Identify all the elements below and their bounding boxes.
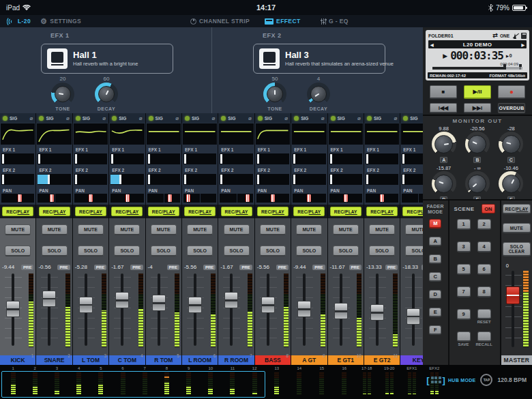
phase-icon[interactable]: ⌀ bbox=[102, 115, 106, 121]
efx2-send-slider[interactable] bbox=[183, 174, 216, 185]
phase-icon[interactable]: ⌀ bbox=[357, 115, 361, 121]
phase-icon[interactable]: ⌀ bbox=[284, 115, 288, 121]
efx2-send-slider[interactable] bbox=[1, 174, 34, 185]
mute-button[interactable]: MUTE bbox=[260, 224, 286, 235]
solo-button[interactable]: SOLO bbox=[260, 246, 286, 256]
fader-cap[interactable] bbox=[42, 291, 56, 307]
tab-effect[interactable]: EFFECT bbox=[265, 18, 300, 25]
scene-on-button[interactable]: ON bbox=[482, 204, 495, 213]
channel-name-tag[interactable]: A GT bbox=[291, 355, 327, 365]
pre-badge[interactable]: PRE bbox=[94, 265, 106, 270]
phase-icon[interactable]: ⌀ bbox=[139, 115, 143, 121]
efx2-decay-knob[interactable] bbox=[307, 83, 330, 106]
efx1-tone-knob[interactable] bbox=[51, 83, 74, 106]
pre-badge[interactable]: PRE bbox=[203, 265, 216, 270]
fader[interactable]: 10 bbox=[328, 272, 364, 353]
monitor-knob-b[interactable] bbox=[465, 132, 490, 156]
scene-button-1[interactable]: 1 bbox=[457, 219, 471, 230]
fader-mode-button-e[interactable]: E bbox=[429, 308, 441, 317]
fader-cap[interactable] bbox=[334, 303, 348, 319]
tab-channel-strip[interactable]: CHANNEL STRIP bbox=[190, 18, 250, 25]
fader[interactable]: 12 bbox=[400, 272, 423, 353]
mute-button[interactable]: MUTE bbox=[369, 224, 395, 235]
pre-badge[interactable]: PRE bbox=[167, 265, 179, 270]
efx2-send-slider[interactable] bbox=[38, 174, 70, 185]
channel-name-tag[interactable]: C TOM bbox=[109, 355, 145, 365]
mute-button[interactable]: MUTE bbox=[405, 224, 423, 235]
pan-slider[interactable] bbox=[366, 194, 398, 203]
scene-button-3[interactable]: 3 bbox=[457, 241, 471, 252]
solo-button[interactable]: SOLO bbox=[333, 246, 359, 256]
channel-name-tag[interactable]: KEY bbox=[400, 355, 423, 365]
fader[interactable]: 1 bbox=[0, 272, 35, 353]
efx2-send-slider[interactable] bbox=[147, 174, 180, 185]
channel-name-tag[interactable]: L TOM bbox=[73, 355, 108, 365]
master-fader[interactable] bbox=[501, 269, 532, 355]
fader-mode-button-d[interactable]: D bbox=[429, 290, 441, 299]
pan-slider[interactable] bbox=[147, 194, 180, 203]
solo-button[interactable]: SOLO bbox=[5, 246, 31, 256]
efx2-send-slider[interactable] bbox=[256, 174, 289, 185]
scene-button-2[interactable]: 2 bbox=[477, 219, 491, 230]
channel-name-tag[interactable]: L ROOM bbox=[182, 355, 218, 365]
monitor-knob-f[interactable] bbox=[499, 171, 523, 196]
channel-name-tag[interactable]: BASS bbox=[255, 355, 291, 365]
pre-badge[interactable]: PRE bbox=[422, 265, 423, 270]
channel-name-tag[interactable]: R TOM bbox=[146, 355, 181, 365]
master-solo-clear-button[interactable]: SOLO CLEAR bbox=[503, 242, 531, 256]
fader[interactable]: 6 bbox=[182, 272, 218, 353]
solo-button[interactable]: SOLO bbox=[42, 246, 68, 256]
mute-button[interactable]: MUTE bbox=[296, 224, 322, 235]
solo-button[interactable]: SOLO bbox=[405, 246, 423, 256]
mute-button[interactable]: MUTE bbox=[224, 224, 250, 235]
solo-button[interactable]: SOLO bbox=[224, 246, 250, 256]
fader-cap[interactable] bbox=[407, 308, 420, 325]
pan-slider[interactable] bbox=[402, 194, 423, 203]
rec-play-button[interactable]: REC/PLAY bbox=[39, 207, 70, 216]
fader-cap[interactable] bbox=[152, 295, 166, 311]
rec-play-button[interactable]: REC/PLAY bbox=[366, 207, 398, 216]
fader-mode-button-c[interactable]: C bbox=[429, 272, 441, 282]
play-pause-button[interactable]: ▶/II bbox=[464, 85, 491, 99]
efx1-send-slider[interactable] bbox=[293, 153, 325, 164]
scene-recall-button[interactable] bbox=[477, 331, 491, 342]
fader-cap[interactable] bbox=[370, 304, 384, 321]
scene-button-9[interactable]: 9 bbox=[457, 309, 471, 320]
mute-button[interactable]: MUTE bbox=[333, 224, 359, 235]
fader[interactable]: 7 bbox=[218, 272, 254, 353]
fader[interactable]: 3 bbox=[73, 272, 108, 353]
fader[interactable]: 11 bbox=[364, 272, 400, 353]
scene-save-button[interactable] bbox=[457, 331, 471, 342]
solo-button[interactable]: SOLO bbox=[78, 246, 104, 256]
fader[interactable]: 2 bbox=[36, 272, 72, 353]
efx1-send-slider[interactable] bbox=[1, 153, 34, 164]
pre-badge[interactable]: PRE bbox=[312, 265, 325, 270]
phase-icon[interactable]: ⌀ bbox=[394, 115, 397, 121]
rec-play-button[interactable]: REC/PLAY bbox=[148, 207, 179, 216]
rec-play-button[interactable]: REC/PLAY bbox=[257, 207, 289, 216]
tap-tempo-button[interactable]: TAP bbox=[480, 374, 492, 386]
efx1-send-slider[interactable] bbox=[147, 153, 180, 164]
efx2-patch-selector[interactable]: Hall 3 Hall reverb that simulates an are… bbox=[253, 44, 385, 74]
efx2-send-slider[interactable] bbox=[366, 174, 398, 185]
solo-button[interactable]: SOLO bbox=[369, 246, 395, 256]
channel-name-tag[interactable]: SNARE bbox=[36, 355, 72, 365]
pan-slider[interactable] bbox=[1, 194, 34, 203]
fader-cap[interactable] bbox=[6, 301, 20, 317]
scene-reset-button[interactable] bbox=[477, 309, 491, 319]
next-track-button[interactable]: ▶ bbox=[521, 42, 524, 47]
fader-cap[interactable] bbox=[115, 292, 129, 308]
master-mute-button[interactable]: MUTE bbox=[503, 223, 531, 233]
pan-slider[interactable] bbox=[38, 194, 70, 203]
pre-badge[interactable]: PRE bbox=[239, 265, 252, 270]
rec-play-button[interactable]: REC/PLAY bbox=[330, 207, 361, 216]
scene-button-7[interactable]: 7 bbox=[457, 286, 471, 297]
fader-mode-button-f[interactable]: F bbox=[429, 325, 441, 335]
tab-geq[interactable]: G - EQ bbox=[321, 18, 349, 25]
solo-button[interactable]: SOLO bbox=[187, 246, 213, 256]
rec-play-button[interactable]: REC/PLAY bbox=[293, 207, 325, 216]
fader-mode-button-b[interactable]: B bbox=[429, 254, 441, 264]
record-button[interactable]: ● bbox=[498, 85, 525, 99]
master-rec-play-button[interactable]: REC/PLAY bbox=[503, 204, 531, 214]
pan-slider[interactable] bbox=[183, 194, 216, 203]
